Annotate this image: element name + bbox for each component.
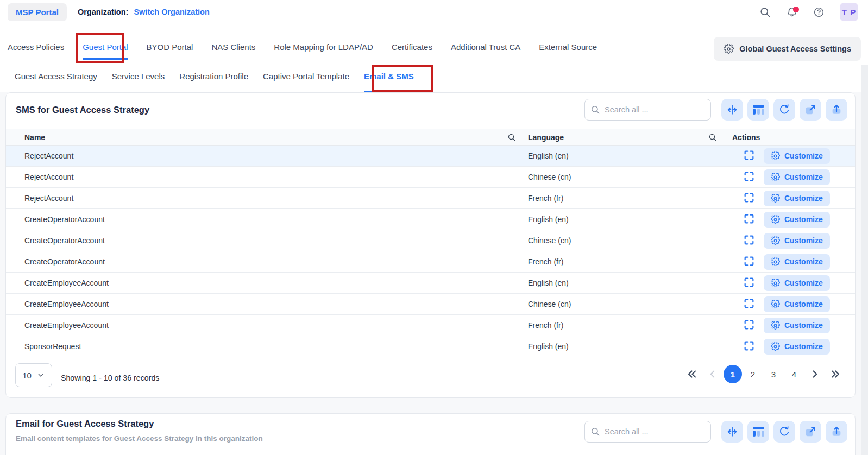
table-row[interactable]: CreateOperatorAccountEnglish (en)Customi… [6, 209, 855, 230]
fit-columns-button[interactable] [721, 99, 743, 121]
table-row[interactable]: RejectAccountChinese (cn)Customize [6, 167, 855, 188]
tab-role-mapping-for-ldap-ad[interactable]: Role Mapping for LDAP/AD [274, 31, 373, 60]
table-row[interactable]: CreateOperatorAccountFrench (fr)Customiz… [6, 251, 855, 273]
avatar[interactable]: T P [840, 3, 858, 21]
row-actions: Customize [726, 318, 855, 333]
customize-label: Customize [784, 194, 823, 203]
columns-button[interactable] [747, 421, 769, 443]
last-page-button[interactable] [826, 364, 845, 384]
gear-icon [771, 173, 780, 182]
table-row[interactable]: CreateEmployeeAccountFrench (fr)Customiz… [6, 315, 855, 336]
expand-button[interactable] [743, 192, 756, 205]
open-in-new-button[interactable] [800, 99, 821, 121]
tab-nas-clients[interactable]: NAS Clients [211, 31, 255, 60]
expand-button[interactable] [743, 319, 756, 332]
gear-icon [771, 151, 780, 161]
customize-label: Customize [784, 300, 823, 308]
search-icon[interactable] [759, 7, 771, 18]
customize-button[interactable]: Customize [764, 212, 830, 228]
expand-button[interactable] [743, 276, 756, 289]
row-language: English (en) [523, 279, 726, 287]
page-1-button[interactable]: 1 [724, 365, 742, 383]
page-numbers: 1234 [724, 365, 804, 383]
external-link-icon [804, 104, 816, 116]
fit-columns-button[interactable] [721, 421, 743, 443]
row-name: CreateOperatorAccount [6, 257, 523, 266]
customize-button[interactable]: Customize [764, 254, 830, 270]
table-row[interactable]: CreateEmployeeAccountChinese (cn)Customi… [6, 294, 855, 315]
email-search-input[interactable] [584, 421, 711, 443]
customize-label: Customize [784, 151, 823, 160]
tab-external-source[interactable]: External Source [539, 31, 597, 60]
customize-button[interactable]: Customize [764, 339, 830, 355]
fullscreen-icon [743, 276, 755, 289]
upload-button[interactable] [826, 99, 847, 121]
fullscreen-icon [743, 234, 755, 247]
page-4-button[interactable]: 4 [784, 365, 804, 383]
table-row[interactable]: SponsorRequestEnglish (en)Customize [6, 336, 855, 357]
row-actions: Customize [726, 233, 855, 249]
pagination-row: 10 Showing 1 - 10 of 36 records 1234 [6, 357, 855, 398]
columns-button[interactable] [747, 99, 769, 121]
sms-search [584, 99, 711, 121]
subtab-captive-portal-template[interactable]: Captive Portal Template [263, 61, 349, 92]
expand-button[interactable] [743, 149, 756, 162]
row-name: CreateEmployeeAccount [6, 321, 523, 330]
page-3-button[interactable]: 3 [764, 365, 783, 383]
settings-button-label: Global Guest Access Settings [739, 45, 851, 53]
sms-head-tools [584, 99, 847, 121]
subtab-service-levels[interactable]: Service Levels [112, 61, 165, 92]
msp-portal-button[interactable]: MSP Portal [8, 3, 67, 21]
subtab-guest-access-strategy[interactable]: Guest Access Strategy [15, 61, 97, 92]
column-search-icon[interactable] [708, 133, 717, 142]
pager: 1234 [682, 364, 845, 384]
customize-button[interactable]: Customize [764, 169, 830, 185]
expand-button[interactable] [743, 170, 756, 184]
page-2-button[interactable]: 2 [743, 365, 763, 383]
refresh-button[interactable] [773, 421, 795, 443]
expand-button[interactable] [743, 213, 756, 226]
row-actions: Customize [726, 275, 855, 291]
table-row[interactable]: RejectAccountEnglish (en)Customize [6, 146, 855, 167]
subtab-registration-profile[interactable]: Registration Profile [179, 61, 248, 92]
expand-button[interactable] [743, 255, 756, 268]
help-icon[interactable] [813, 7, 825, 18]
customize-button[interactable]: Customize [764, 191, 830, 206]
upload-button[interactable] [826, 421, 847, 443]
row-name: CreateEmployeeAccount [6, 279, 523, 287]
next-page-button[interactable] [805, 364, 825, 384]
global-guest-access-settings-button[interactable]: Global Guest Access Settings [714, 37, 861, 61]
row-name: CreateEmployeeAccount [6, 300, 523, 308]
previous-page-button[interactable] [703, 364, 722, 384]
open-in-new-button[interactable] [800, 421, 821, 443]
tab-guest-portal[interactable]: Guest Portal [83, 31, 128, 60]
customize-button[interactable]: Customize [764, 296, 830, 312]
tab-certificates[interactable]: Certificates [392, 31, 432, 60]
refresh-button[interactable] [773, 99, 795, 121]
email-section-subtitle: Email content templates for Guest Access… [16, 434, 263, 443]
page-size-select[interactable]: 10 [15, 363, 52, 387]
table-row[interactable]: CreateEmployeeAccountEnglish (en)Customi… [6, 273, 855, 294]
subtab-email-sms[interactable]: Email & SMS [364, 61, 414, 92]
organization-name-link[interactable]: Switch Organization [134, 8, 209, 16]
notifications-bell-icon[interactable] [786, 6, 798, 18]
customize-button[interactable]: Customize [764, 148, 830, 164]
row-language: Chinese (cn) [523, 173, 726, 181]
tab-additional-trust-ca[interactable]: Additional Trust CA [451, 31, 520, 60]
expand-button[interactable] [743, 234, 756, 247]
expand-button[interactable] [743, 340, 756, 353]
row-language: French (fr) [523, 194, 726, 203]
table-row[interactable]: CreateOperatorAccountChinese (cn)Customi… [6, 230, 855, 251]
expand-button[interactable] [743, 298, 756, 311]
row-name: RejectAccount [6, 194, 523, 203]
column-search-icon[interactable] [507, 133, 516, 142]
customize-button[interactable]: Customize [764, 233, 830, 249]
tab-access-policies[interactable]: Access Policies [8, 31, 64, 60]
row-name: RejectAccount [6, 173, 523, 181]
customize-button[interactable]: Customize [764, 318, 830, 333]
sms-search-input[interactable] [584, 99, 711, 121]
first-page-button[interactable] [682, 364, 702, 384]
customize-button[interactable]: Customize [764, 275, 830, 291]
table-row[interactable]: RejectAccountFrench (fr)Customize [6, 188, 855, 209]
tab-byod-portal[interactable]: BYOD Portal [147, 31, 193, 60]
